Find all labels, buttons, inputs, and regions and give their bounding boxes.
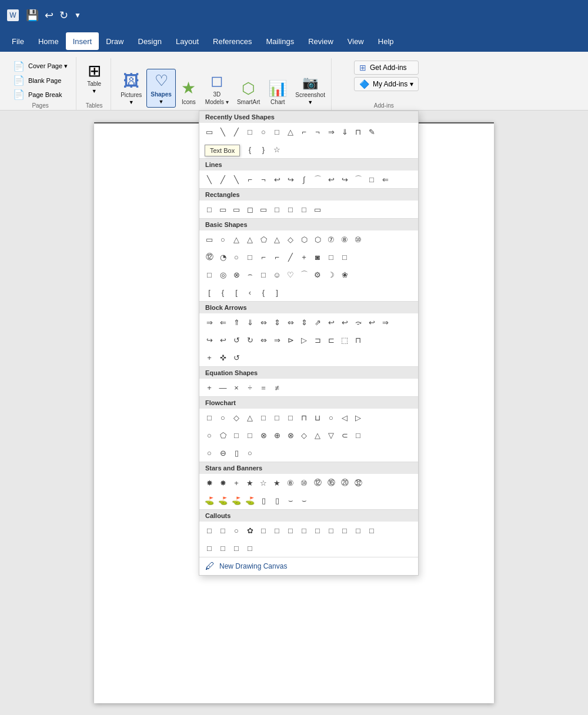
- fc-data[interactable]: △: [243, 411, 256, 424]
- fc-terminate[interactable]: ⊔: [311, 411, 324, 424]
- rect-plain[interactable]: □: [203, 203, 216, 216]
- bs-rhombus[interactable]: ◇: [284, 233, 297, 246]
- bs-moon[interactable]: ☽: [325, 268, 338, 281]
- redo-icon[interactable]: ↻: [59, 9, 68, 22]
- banner-up[interactable]: ⛳: [203, 494, 216, 507]
- rect-snip5[interactable]: □: [298, 203, 310, 216]
- bs-plus[interactable]: +: [298, 250, 310, 263]
- star-8[interactable]: ⑩: [298, 476, 310, 489]
- ba-loop2[interactable]: ↻: [243, 333, 256, 346]
- shape-star1[interactable]: ☆: [270, 143, 283, 156]
- ba-bidir[interactable]: ⇔: [257, 333, 270, 346]
- shape-pen1[interactable]: ✎: [365, 125, 378, 138]
- callout-corner3[interactable]: □: [230, 542, 243, 554]
- bs-smiley[interactable]: ☺: [270, 268, 283, 281]
- bs-bevel[interactable]: □: [338, 250, 351, 263]
- smartart-button[interactable]: ⬡ SmartArt: [233, 77, 263, 108]
- callout-no-border2[interactable]: □: [365, 524, 378, 537]
- bs-num10[interactable]: ⑩: [352, 233, 365, 246]
- ba-lrarrow[interactable]: ⇔: [257, 316, 270, 329]
- shape-arrow1[interactable]: ⇒: [325, 125, 338, 138]
- ba-circle1[interactable]: ↪: [203, 333, 216, 346]
- 3d-models-button[interactable]: ◻ 3D Models ▾: [202, 69, 232, 108]
- line-diag3[interactable]: ╲: [230, 173, 243, 186]
- bs-diamond[interactable]: △: [270, 233, 283, 246]
- fc-document[interactable]: □: [284, 411, 297, 424]
- bs-cloud[interactable]: ❀: [338, 268, 351, 281]
- ba-chevron1[interactable]: ⇒: [270, 333, 283, 346]
- bs-lightning[interactable]: ⌒: [298, 268, 310, 281]
- star-24[interactable]: ㉜: [352, 476, 365, 489]
- shape-circle1[interactable]: ○: [257, 125, 270, 138]
- callout-accent3[interactable]: □: [325, 524, 338, 537]
- page-break-button[interactable]: 📄 Page Break: [9, 88, 71, 101]
- fc-sequential[interactable]: ○: [203, 446, 216, 459]
- callout-no-border1[interactable]: □: [352, 524, 365, 537]
- rect-snip2[interactable]: ▭: [257, 203, 270, 216]
- shape-rect2[interactable]: □: [270, 125, 283, 138]
- line-arc1[interactable]: ⌒: [311, 173, 324, 186]
- ba-quad4[interactable]: ✜: [216, 351, 229, 364]
- bs-nosmoke[interactable]: ◎: [216, 268, 229, 281]
- shape-tri1[interactable]: △: [284, 125, 297, 138]
- bs-heart[interactable]: ♡: [284, 268, 297, 281]
- callout-corner4[interactable]: □: [243, 542, 256, 554]
- line-arrow3[interactable]: ↩: [325, 173, 338, 186]
- ba-darrow[interactable]: ⇓: [243, 316, 256, 329]
- save-icon[interactable]: 💾: [26, 9, 39, 22]
- bs-trap[interactable]: ⬠: [257, 233, 270, 246]
- star-cross[interactable]: +: [230, 476, 243, 489]
- rect-snip1[interactable]: ◻: [243, 203, 256, 216]
- shape-rect1[interactable]: □: [243, 125, 256, 138]
- line-larrow[interactable]: ⇐: [379, 173, 392, 186]
- fc-sumjunction[interactable]: ⊗: [257, 429, 270, 442]
- bs-cube[interactable]: □: [325, 250, 338, 263]
- line-arrow2[interactable]: ↪: [284, 173, 297, 186]
- bs-frame[interactable]: □: [243, 250, 256, 263]
- eq-plus[interactable]: +: [203, 381, 216, 394]
- bs-oval[interactable]: ○: [216, 233, 229, 246]
- customize-icon[interactable]: ▼: [74, 11, 81, 19]
- shape-line2[interactable]: ╱: [230, 125, 243, 138]
- get-addins-button[interactable]: ⊞ Get Add-ins: [354, 61, 419, 75]
- ba-striped1[interactable]: ⊐: [311, 333, 324, 346]
- shape-corner2[interactable]: ¬: [311, 125, 324, 138]
- fc-punched[interactable]: □: [243, 429, 256, 442]
- line-diag1[interactable]: ╲: [203, 173, 216, 186]
- banner-down[interactable]: ⛳: [216, 494, 229, 507]
- screenshot-button[interactable]: 📷 Screenshot ▼: [292, 73, 329, 108]
- ba-circular[interactable]: ⤼: [352, 316, 365, 329]
- callout-accent4[interactable]: □: [338, 524, 351, 537]
- star-4[interactable]: ★: [243, 476, 256, 489]
- star-7[interactable]: ⑧: [284, 476, 297, 489]
- fc-prepare[interactable]: ○: [325, 411, 338, 424]
- callout-accent1[interactable]: □: [298, 524, 310, 537]
- bs-chord[interactable]: ○: [230, 250, 243, 263]
- star-16[interactable]: ⑳: [338, 476, 351, 489]
- bs-pencil[interactable]: ╱: [284, 250, 297, 263]
- bs-octagon[interactable]: ◙: [311, 250, 324, 263]
- line-corner2[interactable]: ¬: [257, 173, 270, 186]
- fc-extract[interactable]: △: [311, 429, 324, 442]
- bs-hex[interactable]: ⬡: [311, 233, 324, 246]
- menu-file[interactable]: File: [5, 32, 31, 50]
- bs-wave[interactable]: ⌢: [243, 268, 256, 281]
- callout-accent2[interactable]: □: [311, 524, 324, 537]
- ba-circle2[interactable]: ↩: [216, 333, 229, 346]
- bs-rtri[interactable]: △: [243, 233, 256, 246]
- star-5[interactable]: ☆: [257, 476, 270, 489]
- eq-minus[interactable]: —: [216, 381, 229, 394]
- table-button[interactable]: ⊞ Table ▼: [82, 61, 106, 96]
- line-diag2[interactable]: ╱: [216, 173, 229, 186]
- callout-line1[interactable]: □: [257, 524, 270, 537]
- ba-udarrow[interactable]: ⇕: [270, 316, 283, 329]
- fc-magnetic[interactable]: ⊖: [216, 446, 229, 459]
- bs-snip[interactable]: ⌐: [257, 250, 270, 263]
- bs-tri[interactable]: △: [230, 233, 243, 246]
- scroll-v[interactable]: ▯: [257, 494, 270, 507]
- bs-brackets1[interactable]: [: [203, 286, 216, 299]
- fc-process[interactable]: □: [203, 411, 216, 424]
- ba-uarrow[interactable]: ⇑: [230, 316, 243, 329]
- ba-uturn[interactable]: ↩: [325, 316, 338, 329]
- bs-plaque[interactable]: □: [257, 268, 270, 281]
